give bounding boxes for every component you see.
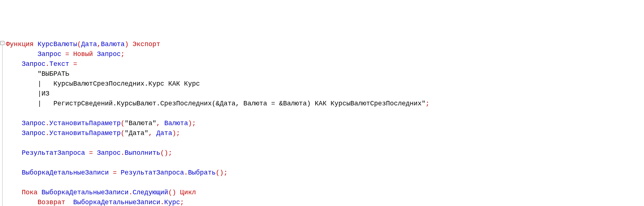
line-2: Запрос = Новый Запрос; [6, 50, 125, 58]
parens-semi: (); [160, 149, 172, 157]
paren-close-semi: ); [188, 120, 196, 127]
keyword-export: Экспорт [133, 41, 161, 48]
operator: = [109, 169, 121, 176]
method: Выполнить [125, 149, 160, 157]
dot: . [160, 199, 164, 206]
identifier: РезультатЗапроса [121, 169, 184, 176]
property: Текст [49, 60, 69, 68]
line-12: РезультатЗапроса = Запрос.Выполнить(); [6, 149, 172, 157]
semicolon: ; [426, 100, 430, 107]
operator: = [69, 60, 77, 68]
operator: = [61, 50, 73, 58]
identifier: Запрос [37, 50, 61, 58]
line-6: |ИЗ [6, 90, 49, 97]
paren-open: ( [77, 41, 81, 48]
line-17: Возврат ВыборкаДетальныеЗаписи.Курс; [6, 199, 184, 206]
method: Следующий [133, 189, 168, 196]
line-16: Пока ВыборкаДетальныеЗаписи.Следующий() … [6, 189, 196, 196]
keyword-new: Новый [73, 50, 93, 58]
line-14: ВыборкаДетальныеЗаписи = РезультатЗапрос… [6, 169, 228, 176]
dot: . [129, 189, 133, 196]
paren-close: ) [125, 41, 129, 48]
fold-toggle-icon[interactable]: - [0, 41, 4, 45]
paren-open: ( [121, 120, 125, 127]
method: УстановитьПараметр [49, 120, 121, 127]
identifier: Запрос [22, 130, 45, 137]
code-block: - Функция КурсВалюты(Дата,Валюта) Экспор… [0, 40, 644, 206]
keyword-return: Возврат [37, 199, 65, 206]
identifier: РезультатЗапроса [22, 149, 85, 157]
identifier: Запрос [22, 60, 45, 68]
param: Дата [81, 41, 97, 48]
string-literal: "ВЫБРАТЬ [37, 70, 69, 78]
paren-close-semi: ); [172, 130, 180, 137]
method: УстановитьПараметр [49, 130, 121, 137]
paren-open: ( [121, 130, 125, 137]
identifier: Запрос [97, 149, 121, 157]
identifier: Запрос [22, 120, 45, 127]
property: Курс [164, 199, 180, 206]
line-1: Функция КурсВалюты(Дата,Валюта) Экспорт [6, 41, 160, 48]
dot: . [45, 120, 49, 127]
identifier: ВыборкаДетальныеЗаписи [37, 189, 128, 196]
string-arg: "Дата" [125, 130, 148, 137]
parens-semi: (); [216, 169, 228, 176]
dot: . [45, 60, 49, 68]
identifier: КурсВалюты [37, 41, 77, 48]
comma: , [148, 130, 152, 137]
identifier: Запрос [93, 50, 121, 58]
line-10: Запрос.УстановитьПараметр("Дата", Дата); [6, 130, 180, 137]
semicolon: ; [180, 199, 184, 206]
identifier: Дата [152, 130, 172, 137]
code-text: Функция КурсВалюты(Дата,Валюта) Экспорт … [5, 40, 644, 206]
dot: . [45, 130, 49, 137]
operator: = [85, 149, 97, 157]
dot: . [121, 149, 125, 157]
keyword-while: Пока [22, 189, 37, 196]
identifier: ВыборкаДетальныеЗаписи [22, 169, 109, 176]
param: Валюта [101, 41, 125, 48]
string-arg: "Валюта" [125, 120, 156, 127]
keyword-function: Функция [6, 41, 34, 48]
line-3: Запрос.Текст = [6, 60, 77, 68]
keyword-loop: Цикл [176, 189, 196, 196]
fold-gutter: - [0, 40, 5, 206]
identifier: ВыборкаДетальныеЗаписи [65, 199, 160, 206]
parens: () [168, 189, 176, 196]
semicolon: ; [121, 50, 125, 58]
line-5: | КурсыВалютСрезПоследних.Курс КАК Курс [6, 80, 200, 87]
dot: . [184, 169, 188, 176]
string-literal: | КурсыВалютСрезПоследних.Курс КАК Курс [37, 80, 200, 87]
comma: , [157, 120, 161, 127]
method: Выбрать [188, 169, 216, 176]
line-7: | РегистрСведений.КурсыВалют.СрезПоследн… [6, 100, 430, 107]
string-literal: |ИЗ [37, 90, 49, 97]
fold-guide-line [2, 45, 3, 206]
comma: , [97, 41, 101, 48]
line-9: Запрос.УстановитьПараметр("Валюта", Валю… [6, 120, 196, 127]
identifier: Валюта [160, 120, 188, 127]
string-literal: | РегистрСведений.КурсыВалют.СрезПоследн… [37, 100, 426, 107]
